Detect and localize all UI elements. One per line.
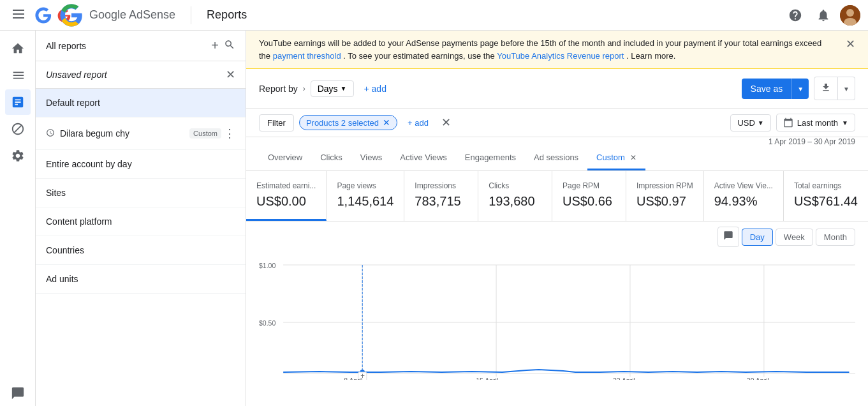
sidebar-item-ad-units[interactable]: Ad units [36, 265, 246, 294]
add-dimension-btn[interactable]: + add [359, 81, 392, 96]
sidebar-item-label: Ad units [46, 274, 78, 284]
tab-overview[interactable]: Overview [259, 146, 311, 170]
metric-estimated-earnings[interactable]: Estimated earni... US$0.00 [246, 171, 327, 221]
custom-badge: Custom [189, 128, 221, 139]
filter-chip-label: Products 2 selected [306, 118, 379, 128]
sidebar-item-dilara[interactable]: Dilara begum chy Custom ⋮ [36, 117, 246, 150]
payment-threshold-link[interactable]: payment threshold [273, 51, 341, 61]
tab-ad-sessions[interactable]: Ad sessions [525, 146, 587, 170]
metric-name: Total earnings [794, 181, 858, 190]
currency-label: USD [737, 118, 754, 128]
nav-block[interactable] [5, 116, 31, 142]
metric-name: Clicks [489, 181, 541, 190]
save-dropdown-icon: ▼ [797, 86, 804, 93]
kebab-menu-icon[interactable]: ⋮ [224, 126, 235, 140]
page-title: Reports [207, 8, 247, 22]
filter-row: Filter Products 2 selected ✕ + add ✕ USD… [246, 109, 868, 137]
metric-active-view[interactable]: Active View Vie... 94.93% [704, 171, 784, 221]
tab-active-views[interactable]: Active Views [391, 146, 455, 170]
nav-settings[interactable] [5, 143, 31, 169]
nav-home[interactable] [5, 36, 31, 61]
period-day-button[interactable]: Day [742, 229, 773, 246]
nav-content[interactable] [5, 63, 31, 88]
sidebar-item-label: Sites [46, 188, 66, 198]
logo-text: Google AdSense [89, 8, 175, 22]
svg-rect-0 [13, 10, 24, 11]
tab-custom[interactable]: Custom ✕ [587, 146, 645, 170]
filter-button[interactable]: Filter [259, 114, 294, 132]
unsaved-report-row: Unsaved report ✕ [36, 61, 246, 89]
svg-text:$0.50: $0.50 [259, 319, 276, 327]
metric-total-earnings[interactable]: Total earnings US$761.44 [784, 171, 868, 221]
download-group: ▼ [814, 77, 855, 100]
unsaved-report-label: Unsaved report [46, 70, 107, 80]
nav-feedback[interactable] [5, 380, 31, 406]
tab-clicks[interactable]: Clicks [311, 146, 351, 170]
save-as-button[interactable]: Save as [742, 79, 792, 99]
filter-chip-close[interactable]: ✕ [383, 117, 390, 128]
metric-clicks[interactable]: Clicks 193,680 [478, 171, 552, 221]
metric-name: Impressions [415, 181, 467, 190]
metric-page-views[interactable]: Page views 1,145,614 [327, 171, 404, 221]
tab-views[interactable]: Views [351, 146, 391, 170]
metric-impression-rpm[interactable]: Impression RPM US$0.97 [626, 171, 704, 221]
report-toolbar: Report by › Days ▼ + add Save as ▼ [246, 69, 868, 109]
breadcrumb-chevron: › [303, 84, 305, 93]
help-icon[interactable] [784, 4, 807, 27]
metric-value: US$0.97 [636, 194, 693, 209]
download-button[interactable] [814, 77, 838, 100]
metric-value: US$0.00 [256, 194, 316, 209]
days-selector[interactable]: Days ▼ [311, 80, 354, 97]
menu-icon[interactable] [8, 3, 29, 27]
save-dropdown-button[interactable]: ▼ [791, 79, 809, 99]
add-report-icon[interactable]: + [211, 38, 219, 53]
tab-custom-close[interactable]: ✕ [630, 153, 636, 162]
svg-rect-2 [13, 17, 24, 19]
metric-value: 94.93% [714, 194, 773, 209]
comment-toggle-button[interactable] [717, 227, 739, 247]
report-by-label: Report by [259, 84, 298, 94]
calendar-icon [783, 117, 793, 128]
content-area: YouTube earnings will be added to your A… [246, 31, 868, 406]
days-dropdown-icon: ▼ [341, 85, 347, 92]
sidebar-header: All reports + [36, 31, 246, 61]
sidebar-item-countries[interactable]: Countries [36, 236, 246, 265]
date-range-selector[interactable]: Last month ▼ [776, 114, 855, 132]
metric-name: Estimated earni... [256, 181, 316, 190]
date-label: Last month [797, 118, 838, 128]
main-area: All reports + Unsaved report ✕ Default r… [0, 31, 868, 406]
metric-page-rpm[interactable]: Page RPM US$0.66 [552, 171, 626, 221]
filter-clear-button[interactable]: ✕ [441, 116, 451, 130]
nav-reports[interactable] [5, 89, 31, 115]
sidebar-item-label: Dilara begum chy [60, 128, 129, 139]
svg-text:22 April: 22 April [613, 377, 635, 380]
notifications-icon[interactable] [812, 4, 835, 27]
filter-add-button[interactable]: + add [402, 116, 434, 130]
period-month-button[interactable]: Month [816, 229, 855, 246]
days-label: Days [318, 84, 338, 94]
sidebar-item-label: Countries [46, 245, 84, 255]
toolbar-right: Save as ▼ ▼ [742, 77, 855, 100]
currency-selector[interactable]: USD ▼ [730, 114, 770, 132]
sidebar-item-sites[interactable]: Sites [36, 179, 246, 207]
metrics-row: Estimated earni... US$0.00 Page views 1,… [246, 171, 868, 222]
avatar[interactable] [840, 5, 860, 26]
svg-text:15 April: 15 April [476, 377, 498, 380]
tabs-row: Overview Clicks Views Active Views Engag… [246, 146, 868, 171]
period-week-button[interactable]: Week [776, 229, 813, 246]
close-banner-icon[interactable]: ✕ [846, 37, 855, 51]
sidebar-item-entire[interactable]: Entire account by day [36, 150, 246, 179]
metric-value: 783,715 [415, 194, 467, 209]
sidebar-item-content-platform[interactable]: Content platform [36, 207, 246, 236]
search-reports-icon[interactable] [224, 39, 235, 53]
close-unsaved-icon[interactable]: ✕ [226, 68, 235, 82]
youtube-analytics-link[interactable]: YouTube Analytics Revenue report [497, 51, 624, 61]
svg-rect-1 [13, 13, 24, 15]
metric-value: US$0.66 [563, 194, 615, 209]
download-dropdown-button[interactable]: ▼ [838, 77, 855, 100]
tab-engagements[interactable]: Engagements [456, 146, 525, 170]
metric-impressions[interactable]: Impressions 783,715 [404, 171, 478, 221]
sidebar-item-label: Entire account by day [46, 159, 132, 169]
sidebar-item-default[interactable]: Default report [36, 89, 246, 117]
metric-value: 1,145,614 [337, 194, 394, 209]
